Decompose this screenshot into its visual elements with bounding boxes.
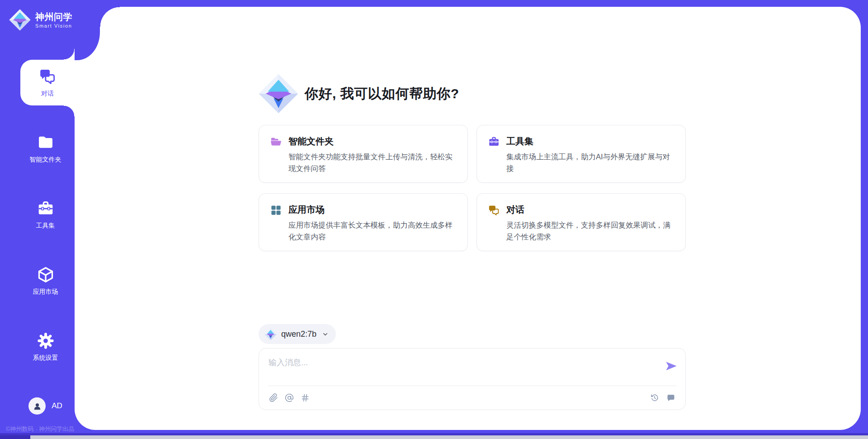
- folder-icon: [37, 134, 55, 152]
- brand-name: 神州问学: [35, 11, 72, 22]
- chevron-down-icon: [322, 331, 329, 338]
- grid-icon: [270, 204, 282, 216]
- chat-icon: [38, 67, 57, 86]
- card-description: 智能文件夹功能支持批量文件上传与清洗，轻松实现文件问答: [288, 151, 457, 174]
- comments-icon[interactable]: [666, 393, 675, 402]
- model-name: qwen2:7b: [281, 329, 316, 339]
- model-diamond-icon: [264, 328, 277, 340]
- card-title: 应用市场: [288, 204, 457, 216]
- card-description: 灵活切换多模型文件，支持多样回复效果调试，满足个性化需求: [506, 219, 675, 243]
- card-app-market[interactable]: 应用市场 应用市场提供丰富长文本模板，助力高效生成多样化文章内容: [259, 193, 468, 251]
- card-title: 工具集: [506, 135, 675, 148]
- copyright-footer: ©神州数码 · 神州问学出品: [6, 425, 74, 433]
- sidebar-item-label: 对话: [41, 90, 54, 98]
- greeting-text: 你好, 我可以如何帮助你?: [305, 85, 459, 103]
- user-name: AD: [52, 401, 62, 410]
- feature-cards: 智能文件夹 智能文件夹功能支持批量文件上传与清洗，轻松实现文件问答 工具集 集成…: [259, 125, 686, 251]
- panel-notch-fillet: [100, 7, 120, 27]
- folder-open-icon: [270, 136, 282, 148]
- sidebar-item-toolset[interactable]: 工具集: [0, 192, 75, 238]
- card-title: 智能文件夹: [288, 135, 457, 148]
- composer-toolbar-right: [650, 393, 675, 402]
- sidebar-item-label: 智能文件夹: [30, 156, 61, 164]
- cube-icon: [37, 266, 55, 284]
- card-title: 对话: [506, 204, 675, 216]
- chat-icon: [488, 204, 500, 216]
- card-smart-folders[interactable]: 智能文件夹 智能文件夹功能支持批量文件上传与清洗，轻松实现文件问答: [259, 125, 468, 183]
- composer-toolbar: [259, 386, 685, 410]
- sidebar-item-system-settings[interactable]: 系统设置: [0, 324, 75, 370]
- avatar: [28, 397, 46, 415]
- main-content: 你好, 我可以如何帮助你? 智能文件夹 智能文件夹功能支持批量文件上传与清洗，轻…: [259, 7, 686, 430]
- sidebar-item-app-market[interactable]: 应用市场: [0, 258, 75, 304]
- sidebar-item-label: 应用市场: [33, 288, 58, 296]
- paperclip-icon[interactable]: [269, 393, 278, 402]
- scrollbar-corner: [0, 435, 30, 439]
- history-icon[interactable]: [650, 393, 659, 402]
- person-icon: [32, 401, 42, 411]
- send-icon: [665, 360, 678, 373]
- card-description: 应用市场提供丰富长文本模板，助力高效生成多样化文章内容: [288, 219, 457, 243]
- card-toolset[interactable]: 工具集 集成市场上主流工具，助力AI与外界无缝扩展与对接: [476, 125, 686, 183]
- message-input[interactable]: [259, 348, 641, 381]
- sidebar-item-label: 工具集: [36, 222, 55, 230]
- panel-top-left-notch: [75, 7, 100, 60]
- brand-subtitle: Smart Vision: [35, 23, 72, 29]
- toolbox-icon: [488, 136, 500, 148]
- sidebar-item-smart-folders[interactable]: 智能文件夹: [0, 126, 75, 172]
- at-sign-icon[interactable]: [285, 393, 294, 402]
- sidebar-nav: 对话 智能文件夹 工具集 应用市场 系统设置: [0, 60, 75, 390]
- card-chat[interactable]: 对话 灵活切换多模型文件，支持多样回复效果调试，满足个性化需求: [476, 193, 686, 251]
- card-description: 集成市场上主流工具，助力AI与外界无缝扩展与对接: [506, 151, 675, 174]
- sidebar-item-label: 系统设置: [33, 354, 58, 362]
- model-selector[interactable]: qwen2:7b: [259, 324, 336, 344]
- hash-icon[interactable]: [301, 393, 310, 402]
- brand-diamond-icon: [9, 9, 31, 31]
- send-button[interactable]: [665, 360, 678, 373]
- main-panel: 你好, 我可以如何帮助你? 智能文件夹 智能文件夹功能支持批量文件上传与清洗，轻…: [75, 7, 861, 430]
- assistant-diamond-icon: [259, 74, 298, 114]
- greeting: 你好, 我可以如何帮助你?: [259, 74, 459, 114]
- sidebar: 神州问学 Smart Vision 对话 智能文件夹 工具集 应用市场 系统设置: [0, 0, 75, 439]
- gear-icon: [37, 332, 55, 350]
- horizontal-scrollbar[interactable]: [0, 435, 868, 439]
- toolbox-icon: [37, 200, 55, 218]
- brand: 神州问学 Smart Vision: [0, 0, 75, 31]
- user-profile[interactable]: AD: [16, 397, 75, 415]
- message-composer: [259, 348, 686, 410]
- sidebar-item-chat[interactable]: 对话: [20, 60, 75, 105]
